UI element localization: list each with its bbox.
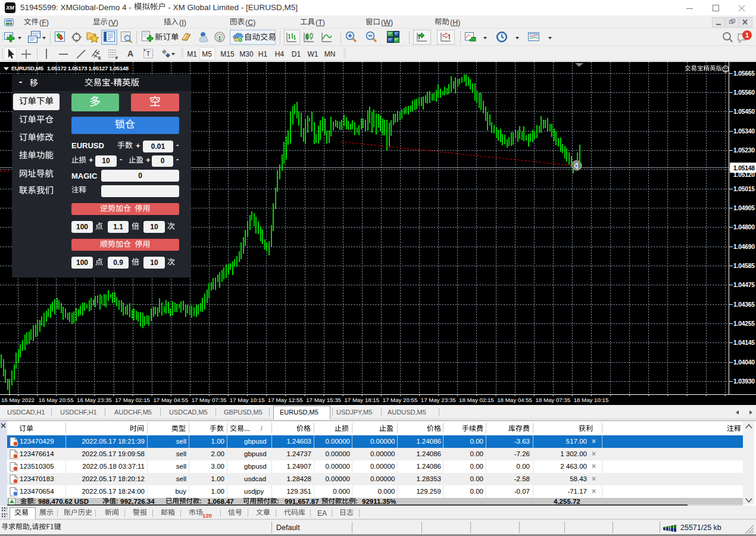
svg-text:1.04905: 1.04905: [733, 205, 755, 211]
svg-text:17 May 20:55: 17 May 20:55: [383, 397, 418, 403]
svg-text:EURUSD,M5: EURUSD,M5: [11, 65, 44, 71]
svg-text:1.04690: 1.04690: [733, 244, 755, 250]
svg-text:1.04585: 1.04585: [733, 263, 755, 269]
svg-text:1.05148: 1.05148: [733, 165, 755, 172]
svg-text:1.05340: 1.05340: [733, 128, 755, 135]
svg-text:F: F: [115, 56, 118, 60]
svg-text:17 May 15:35: 17 May 15:35: [306, 397, 341, 403]
svg-text:1.04145: 1.04145: [733, 339, 755, 346]
svg-text:18 May 04:55: 18 May 04:55: [497, 397, 532, 403]
svg-text:1.04800: 1.04800: [733, 224, 755, 230]
svg-text:1.05172 1.05173 1.05127 1.0514: 1.05172 1.05173 1.05127 1.05148: [47, 65, 129, 71]
svg-text:1.04040: 1.04040: [733, 359, 755, 366]
svg-text:18 May 07:35: 18 May 07:35: [535, 397, 570, 403]
svg-text:1.05230: 1.05230: [733, 147, 755, 154]
svg-text:1.05015: 1.05015: [733, 186, 755, 192]
svg-text:T: T: [146, 50, 151, 57]
svg-text:17 May 23:35: 17 May 23:35: [421, 397, 456, 403]
svg-text:1.04475: 1.04475: [733, 282, 755, 288]
svg-text:17 May 04:55: 17 May 04:55: [153, 397, 188, 403]
svg-text:16 May 2022: 16 May 2022: [1, 397, 35, 403]
svg-text:17 May 10:15: 17 May 10:15: [230, 397, 265, 403]
svg-text:17 May 18:15: 17 May 18:15: [344, 397, 379, 403]
svg-text:16 May 23:35: 16 May 23:35: [77, 397, 112, 403]
svg-text:1.05560: 1.05560: [733, 89, 755, 96]
svg-text:1.04365: 1.04365: [733, 301, 755, 308]
svg-text:1.04255: 1.04255: [733, 320, 755, 327]
svg-text:17 May 02:15: 17 May 02:15: [115, 397, 150, 403]
svg-text:1.05120: 1.05120: [733, 172, 755, 178]
svg-text:17 May 12:55: 17 May 12:55: [268, 397, 303, 403]
svg-text:1.05665: 1.05665: [733, 70, 755, 77]
svg-text:18 May 02:15: 18 May 02:15: [459, 397, 494, 403]
svg-text:17 May 07:35: 17 May 07:35: [192, 397, 227, 403]
svg-text:18 May 10:15: 18 May 10:15: [574, 397, 609, 403]
svg-text:16 May 20:55: 16 May 20:55: [39, 397, 74, 403]
svg-text:E: E: [98, 56, 101, 60]
svg-text:1.03930: 1.03930: [733, 378, 755, 385]
svg-text:1.05450: 1.05450: [733, 108, 755, 115]
